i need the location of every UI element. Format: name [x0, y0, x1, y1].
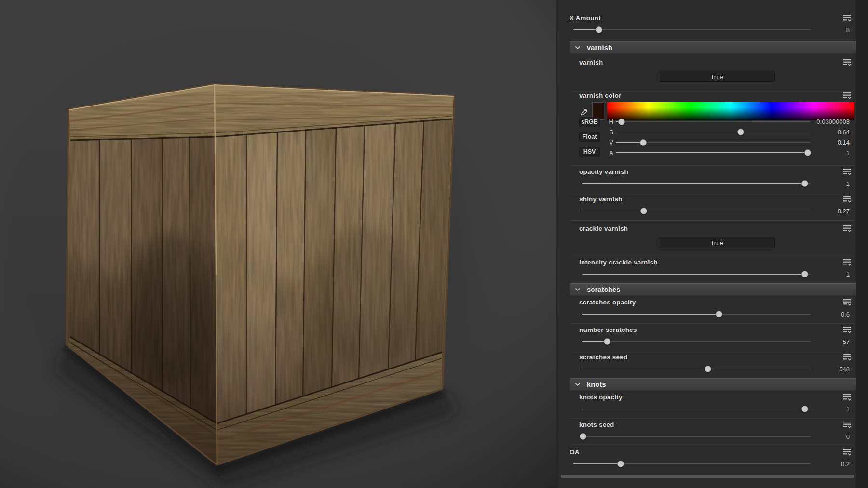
parameter-list: X Amount8varnishvarnishTruevarnish color… — [558, 0, 856, 488]
colorspace-button-hsv[interactable]: HSV — [579, 147, 600, 157]
slider-fill — [582, 369, 708, 369]
slider-handle[interactable] — [801, 180, 808, 187]
horizontal-scrollbar[interactable] — [561, 475, 854, 478]
param-intencity-crackle-varnish: intencity crackle varnish1 — [558, 256, 856, 283]
section-title: varnish — [587, 44, 612, 52]
param-x-amount-slider[interactable] — [573, 26, 811, 34]
param-crackle-varnish: crackle varnishTrue — [558, 220, 856, 256]
param-menu-icon[interactable] — [843, 299, 852, 306]
channel-a: A1 — [607, 148, 856, 158]
param-knots-seed: knots seed0 — [558, 418, 856, 446]
param-menu-icon[interactable] — [843, 326, 852, 333]
channel-a-slider[interactable] — [616, 149, 811, 157]
slider-fill — [582, 409, 805, 409]
slider-fill — [616, 142, 643, 143]
param-scratches-opacity-slider[interactable] — [582, 310, 811, 318]
param-shiny-varnish-slider[interactable] — [582, 207, 811, 215]
param-menu-icon[interactable] — [843, 59, 852, 66]
slider-handle[interactable] — [618, 119, 625, 125]
param-oa-label: OA — [570, 448, 580, 456]
channel-letter: S — [607, 129, 613, 136]
toggle-button-crackle-varnish[interactable]: True — [659, 237, 775, 248]
param-oa-slider[interactable] — [573, 460, 811, 468]
colorspace-button-float[interactable]: Float — [579, 132, 600, 142]
section-header-varnish[interactable]: varnish — [570, 41, 856, 54]
param-opacity-varnish-slider[interactable] — [582, 180, 811, 187]
param-menu-icon[interactable] — [843, 14, 852, 22]
param-menu-icon[interactable] — [843, 92, 852, 99]
slider-handle[interactable] — [640, 139, 647, 146]
param-menu-icon[interactable] — [843, 394, 852, 401]
param-number-scratches: number scratches57 — [558, 323, 856, 351]
slider-handle[interactable] — [617, 461, 624, 467]
channel-s-slider[interactable] — [616, 128, 811, 136]
slider-handle[interactable] — [804, 149, 811, 156]
param-oa: OA0.2 — [558, 446, 856, 473]
param-value: 0.2 — [811, 461, 856, 468]
param-shiny-varnish-label: shiny varnish — [579, 196, 623, 203]
param-value: 548 — [811, 366, 856, 373]
param-knots-seed-slider[interactable] — [582, 433, 811, 440]
slider-handle[interactable] — [604, 338, 610, 345]
param-menu-icon[interactable] — [843, 225, 852, 232]
section-header-scratches[interactable]: scratches — [570, 283, 856, 296]
channel-value: 1 — [811, 149, 856, 157]
slider-handle[interactable] — [716, 311, 722, 317]
param-value: 1 — [811, 271, 856, 278]
slider-fill — [616, 132, 741, 132]
param-knots-opacity: knots opacity1 — [558, 391, 856, 418]
slider-handle[interactable] — [705, 366, 711, 372]
channel-h-slider[interactable] — [616, 118, 811, 126]
slider-fill — [616, 152, 808, 153]
param-value: 0.27 — [811, 208, 856, 215]
channel-letter: H — [607, 118, 613, 125]
slider-fill — [573, 463, 621, 464]
param-varnish-color: varnish colorsRGBFloatHSVH0.03000003S0.6… — [558, 90, 856, 165]
param-menu-icon[interactable] — [843, 448, 852, 456]
channel-value: 0.03000003 — [811, 118, 856, 125]
slider-handle[interactable] — [640, 208, 647, 214]
param-menu-icon[interactable] — [843, 259, 852, 266]
param-varnish-label: varnish — [579, 59, 603, 66]
slider-handle[interactable] — [596, 26, 602, 33]
channel-v-slider[interactable] — [616, 139, 811, 146]
channel-letter: V — [607, 139, 613, 146]
slider-handle[interactable] — [580, 433, 586, 440]
vertical-scrollbar-track[interactable] — [856, 0, 868, 488]
toggle-button-varnish[interactable]: True — [659, 71, 775, 82]
param-value: 0 — [811, 433, 856, 440]
properties-panel: X Amount8varnishvarnishTruevarnish color… — [558, 0, 868, 488]
param-scratches-seed-slider[interactable] — [582, 365, 811, 373]
slider-track[interactable] — [582, 436, 811, 437]
param-value: 1 — [811, 406, 856, 413]
param-number-scratches-slider[interactable] — [582, 338, 811, 345]
viewport-3d[interactable] — [0, 0, 558, 488]
channel-h: H0.03000003 — [607, 117, 856, 127]
channel-letter: A — [607, 149, 613, 157]
param-scratches-opacity-label: scratches opacity — [579, 299, 636, 306]
slider-track[interactable] — [573, 29, 811, 30]
colorspace-button-srgb[interactable]: sRGB — [579, 117, 600, 127]
param-knots-opacity-slider[interactable] — [582, 405, 811, 413]
param-menu-icon[interactable] — [843, 168, 852, 175]
param-varnish-color-label: varnish color — [579, 92, 621, 99]
slider-handle[interactable] — [737, 129, 744, 135]
param-value: 8 — [811, 26, 856, 34]
param-menu-icon[interactable] — [843, 421, 852, 428]
param-x-amount-label: X Amount — [570, 14, 601, 22]
section-header-knots[interactable]: knots — [570, 378, 856, 391]
slider-handle[interactable] — [801, 271, 808, 277]
section-title: scratches — [587, 286, 621, 293]
slider-handle[interactable] — [801, 406, 808, 412]
param-intencity-crackle-varnish-slider[interactable] — [582, 270, 811, 278]
chevron-down-icon — [575, 46, 581, 50]
param-x-amount: X Amount8 — [558, 0, 856, 41]
param-menu-icon[interactable] — [843, 196, 852, 203]
param-opacity-varnish-label: opacity varnish — [579, 168, 628, 175]
channel-value: 0.14 — [811, 139, 856, 146]
param-menu-icon[interactable] — [843, 354, 852, 361]
application-window: X Amount8varnishvarnishTruevarnish color… — [0, 0, 868, 488]
slider-track[interactable] — [616, 121, 811, 122]
slider-track[interactable] — [582, 341, 811, 342]
channel-v: V0.14 — [607, 137, 856, 148]
